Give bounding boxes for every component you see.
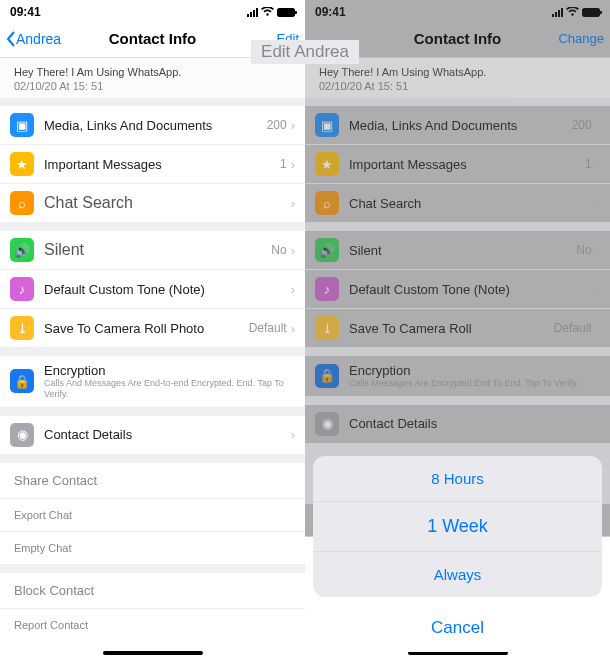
encrypt-label: Encryption bbox=[44, 363, 295, 378]
block-contact[interactable]: Block Contact bbox=[0, 573, 305, 609]
photo-icon: ▣ bbox=[315, 113, 339, 137]
page-title: Contact Info bbox=[109, 30, 197, 47]
speaker-icon: 🔊 bbox=[10, 238, 34, 262]
starred-label: Important Messages bbox=[44, 157, 280, 172]
page-title: Contact Info bbox=[414, 30, 502, 47]
status-bar: 09:41 bbox=[0, 0, 305, 20]
search-label: Chat Search bbox=[349, 196, 596, 211]
tone-row[interactable]: ♪ Default Custom Tone (Note) › bbox=[305, 270, 610, 309]
contact-icon: ◉ bbox=[315, 412, 339, 436]
chevron-right-icon: › bbox=[596, 157, 600, 172]
details-label: Contact Details bbox=[349, 416, 596, 431]
contact-icon: ◉ bbox=[10, 423, 34, 447]
chevron-right-icon: › bbox=[291, 118, 295, 133]
battery-icon bbox=[277, 8, 295, 17]
search-row[interactable]: ⌕ Chat Search › bbox=[305, 184, 610, 223]
chevron-right-icon: › bbox=[291, 243, 295, 258]
media-row[interactable]: ▣ Media, Links And Documents 200 › bbox=[305, 106, 610, 145]
tone-label: Default Custom Tone (Note) bbox=[44, 282, 291, 297]
chevron-right-icon: › bbox=[291, 196, 295, 211]
change-button[interactable]: Change bbox=[558, 31, 604, 46]
tone-label: Default Custom Tone (Note) bbox=[349, 282, 596, 297]
starred-count: 1 bbox=[280, 157, 287, 171]
encryption-row[interactable]: 🔒 Encryption Calls And Messages Are End-… bbox=[0, 356, 305, 408]
mute-row[interactable]: 🔊 Silent No › bbox=[0, 231, 305, 270]
status-bar: 09:41 bbox=[305, 0, 610, 20]
star-icon: ★ bbox=[315, 152, 339, 176]
search-row[interactable]: ⌕ Chat Search › bbox=[0, 184, 305, 223]
save-label: Save To Camera Roll Photo bbox=[44, 321, 249, 336]
search-label: Chat Search bbox=[44, 194, 291, 212]
chevron-right-icon: › bbox=[291, 157, 295, 172]
encrypt-label: Encryption bbox=[349, 363, 600, 378]
starred-label: Important Messages bbox=[349, 157, 585, 172]
sheet-option-1week[interactable]: 1 Week bbox=[313, 502, 602, 552]
empty-chat[interactable]: Empty Chat bbox=[0, 532, 305, 565]
chevron-right-icon: › bbox=[596, 321, 600, 336]
sheet-option-8hours[interactable]: 8 Hours bbox=[313, 456, 602, 502]
speaker-icon: 🔊 bbox=[315, 238, 339, 262]
status-time: 09:41 bbox=[10, 5, 41, 19]
chevron-right-icon: › bbox=[596, 118, 600, 133]
mute-label: Silent bbox=[349, 243, 576, 258]
share-contact[interactable]: Share Contact bbox=[0, 463, 305, 499]
search-icon: ⌕ bbox=[315, 191, 339, 215]
details-row[interactable]: ◉ Contact Details › bbox=[0, 416, 305, 455]
starred-row[interactable]: ★ Important Messages 1 › bbox=[0, 145, 305, 184]
home-indicator bbox=[103, 651, 203, 655]
about-date: 02/10/20 At 15: 51 bbox=[319, 80, 596, 92]
mute-row[interactable]: 🔊 Silent No › bbox=[305, 231, 610, 270]
tone-row[interactable]: ♪ Default Custom Tone (Note) › bbox=[0, 270, 305, 309]
media-count: 200 bbox=[572, 118, 592, 132]
download-icon: ⤓ bbox=[315, 316, 339, 340]
about-text: Hey There! I Am Using WhatsApp. bbox=[14, 66, 291, 78]
media-row[interactable]: ▣ Media, Links And Documents 200 › bbox=[0, 106, 305, 145]
chevron-right-icon: › bbox=[596, 243, 600, 258]
export-chat[interactable]: Export Chat bbox=[0, 499, 305, 532]
status-time: 09:41 bbox=[315, 5, 346, 19]
action-sheet: 8 Hours 1 Week Always Cancel bbox=[313, 456, 602, 652]
about-date: 02/10/20 At 15: 51 bbox=[14, 80, 291, 92]
report-contact[interactable]: Report Contact bbox=[0, 609, 305, 641]
sheet-cancel[interactable]: Cancel bbox=[313, 604, 602, 652]
chevron-left-icon bbox=[6, 31, 15, 47]
media-label: Media, Links And Documents bbox=[349, 118, 572, 133]
mute-val: No bbox=[576, 243, 591, 257]
encryption-row[interactable]: 🔒 Encryption Calls Messages Are Encrypte… bbox=[305, 356, 610, 397]
starred-count: 1 bbox=[585, 157, 592, 171]
chevron-right-icon: › bbox=[291, 427, 295, 442]
about-section: Hey There! I Am Using WhatsApp. 02/10/20… bbox=[0, 58, 305, 98]
edit-overlay-label: Edit Andrea bbox=[251, 40, 359, 64]
lock-icon: 🔒 bbox=[10, 369, 34, 393]
starred-row[interactable]: ★ Important Messages 1 › bbox=[305, 145, 610, 184]
sheet-option-always[interactable]: Always bbox=[313, 552, 602, 597]
search-icon: ⌕ bbox=[10, 191, 34, 215]
media-count: 200 bbox=[267, 118, 287, 132]
music-icon: ♪ bbox=[10, 277, 34, 301]
lock-icon: 🔒 bbox=[315, 364, 339, 388]
details-label: Contact Details bbox=[44, 427, 291, 442]
signal-icon bbox=[247, 8, 258, 17]
signal-icon bbox=[552, 8, 563, 17]
details-row[interactable]: ◉ Contact Details › bbox=[305, 405, 610, 444]
download-icon: ⤓ bbox=[10, 316, 34, 340]
save-row[interactable]: ⤓ Save To Camera Roll Default › bbox=[305, 309, 610, 348]
wifi-icon bbox=[261, 7, 274, 17]
chevron-right-icon: › bbox=[596, 196, 600, 211]
encrypt-sub: Calls And Messages Are End-to-end Encryp… bbox=[44, 378, 295, 400]
star-icon: ★ bbox=[10, 152, 34, 176]
back-button[interactable]: Andrea bbox=[6, 31, 61, 47]
save-val: Default bbox=[554, 321, 592, 335]
encrypt-sub: Calls Messages Are Encrypted End To End.… bbox=[349, 378, 600, 389]
about-text: Hey There! I Am Using WhatsApp. bbox=[319, 66, 596, 78]
wifi-icon bbox=[566, 7, 579, 17]
mute-label: Silent bbox=[44, 241, 271, 259]
save-label: Save To Camera Roll bbox=[349, 321, 554, 336]
save-val: Default bbox=[249, 321, 287, 335]
chevron-right-icon: › bbox=[596, 282, 600, 297]
chevron-right-icon: › bbox=[291, 321, 295, 336]
about-section: Hey There! I Am Using WhatsApp. 02/10/20… bbox=[305, 58, 610, 98]
music-icon: ♪ bbox=[315, 277, 339, 301]
save-row[interactable]: ⤓ Save To Camera Roll Photo Default › bbox=[0, 309, 305, 348]
chevron-right-icon: › bbox=[291, 282, 295, 297]
